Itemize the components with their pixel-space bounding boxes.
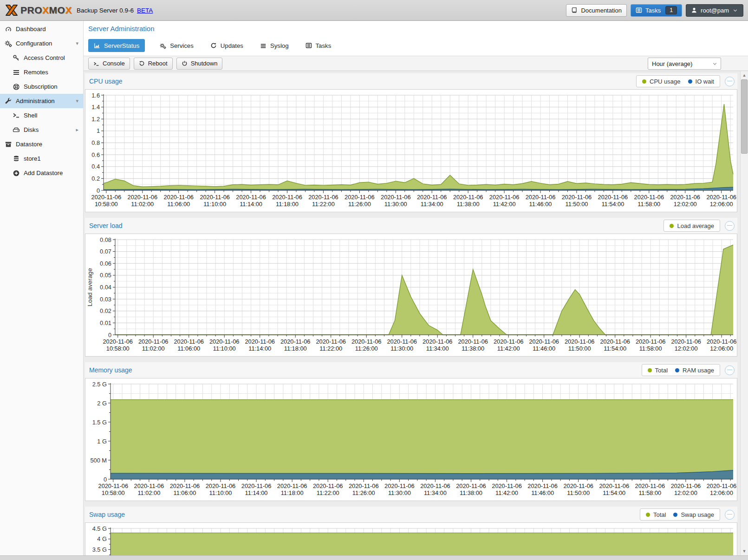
sidebar-item-administration[interactable]: Administration▾ <box>0 94 83 108</box>
svg-text:11:18:00: 11:18:00 <box>284 345 307 352</box>
svg-text:0.02: 0.02 <box>100 307 111 314</box>
charts-scroll-area: CPU usageCPU usageIO wait00.20.40.60.811… <box>84 71 748 555</box>
svg-text:11:38:00: 11:38:00 <box>460 489 482 496</box>
power-icon <box>182 60 188 66</box>
chart-body: 0500 M1 G1.5 G2 G2.5 G2020-11-0610:58:00… <box>85 378 737 501</box>
sidebar-item-dashboard[interactable]: Dashboard <box>0 22 83 36</box>
chart-body: 0500 M1 G1.5 G2 G2.5 G3 G3.5 G4 G4.5 G20… <box>85 522 737 555</box>
svg-text:10:58:00: 10:58:00 <box>102 489 125 496</box>
svg-text:11:26:00: 11:26:00 <box>352 489 375 496</box>
svg-text:11:54:00: 11:54:00 <box>603 489 625 496</box>
svg-text:2020-11-06: 2020-11-06 <box>236 194 266 201</box>
bottom-strip <box>0 555 748 560</box>
sidebar-item-subscription[interactable]: Subscription <box>0 79 83 94</box>
sidebar-item-datastore[interactable]: Datastore <box>0 137 83 151</box>
legend-item: Swap usage <box>673 511 714 518</box>
shutdown-label: Shutdown <box>191 60 218 67</box>
console-button[interactable]: Console <box>88 58 130 70</box>
toolbar: Console Reboot Shutdown Hour (average) <box>84 56 748 71</box>
sidebar-item-label: Subscription <box>24 83 58 90</box>
reboot-button[interactable]: Reboot <box>134 58 173 70</box>
svg-text:2020-11-06: 2020-11-06 <box>351 338 382 345</box>
sidebar-item-access-control[interactable]: Access Control <box>0 51 83 65</box>
svg-text:11:50:00: 11:50:00 <box>567 489 590 496</box>
svg-text:12:02:00: 12:02:00 <box>674 489 697 496</box>
list-alt-icon <box>306 42 312 49</box>
svg-text:0: 0 <box>104 476 107 483</box>
sidebar-item-shell[interactable]: Shell <box>0 108 83 123</box>
svg-text:2020-11-06: 2020-11-06 <box>529 338 559 345</box>
svg-text:2020-11-06: 2020-11-06 <box>706 194 736 201</box>
brand-word: PROXMOX <box>20 5 72 16</box>
svg-text:11:26:00: 11:26:00 <box>355 345 378 352</box>
svg-text:2020-11-06: 2020-11-06 <box>280 338 311 345</box>
time-range-select[interactable]: Hour (average) <box>648 58 721 70</box>
collapse-panel-button[interactable] <box>725 365 735 375</box>
legend-dot-icon <box>642 79 646 84</box>
svg-text:4.5 G: 4.5 G <box>92 525 107 532</box>
chart-legend: Load average <box>663 220 720 232</box>
svg-text:11:06:00: 11:06:00 <box>177 345 200 352</box>
sidebar-item-remotes[interactable]: Remotes <box>0 65 83 79</box>
svg-text:12:02:00: 12:02:00 <box>675 345 698 352</box>
terminal-icon <box>13 112 20 119</box>
svg-text:0.06: 0.06 <box>100 260 111 267</box>
svg-text:3.5 G: 3.5 G <box>92 546 107 553</box>
tasks-button[interactable]: Tasks 1 <box>631 4 682 17</box>
user-menu-button[interactable]: root@pam <box>686 4 743 17</box>
tab-updates[interactable]: Updates <box>208 39 245 52</box>
svg-text:2020-11-06: 2020-11-06 <box>103 338 133 345</box>
svg-text:2020-11-06: 2020-11-06 <box>345 194 375 201</box>
svg-text:2020-11-06: 2020-11-06 <box>636 338 666 345</box>
scrollbar-up-arrow[interactable]: ▲ <box>741 72 748 79</box>
chart-plot: 00.010.020.030.040.050.060.070.082020-11… <box>85 234 737 356</box>
sidebar-item-disks[interactable]: Disks▸ <box>0 123 83 137</box>
svg-text:2020-11-06: 2020-11-06 <box>277 482 307 489</box>
svg-text:11:50:00: 11:50:00 <box>568 345 591 352</box>
svg-text:11:34:00: 11:34:00 <box>424 489 447 496</box>
sidebar-item-store1[interactable]: store1 <box>0 151 83 166</box>
svg-text:11:46:00: 11:46:00 <box>529 201 552 208</box>
tab-services[interactable]: Services <box>158 39 195 52</box>
svg-text:11:38:00: 11:38:00 <box>462 345 484 352</box>
svg-text:2020-11-06: 2020-11-06 <box>599 482 629 489</box>
documentation-button[interactable]: Documentation <box>566 4 626 17</box>
svg-text:0.04: 0.04 <box>100 284 111 291</box>
collapse-panel-button[interactable] <box>725 221 735 231</box>
chevron-right-icon: ▸ <box>76 127 78 133</box>
archive-icon <box>5 141 12 148</box>
svg-text:0.2: 0.2 <box>91 175 100 182</box>
collapse-panel-button[interactable] <box>725 510 735 520</box>
svg-text:2020-11-06: 2020-11-06 <box>456 482 486 489</box>
sidebar-item-add-datastore[interactable]: Add Datastore <box>0 166 83 180</box>
collapse-panel-button[interactable] <box>725 77 735 86</box>
tab-serverstatus[interactable]: ServerStatus <box>88 39 145 52</box>
gauge-icon <box>5 26 12 33</box>
time-range-value: Hour (average) <box>652 60 692 67</box>
tab-label: Updates <box>221 42 243 49</box>
sidebar-item-label: Remotes <box>24 69 48 76</box>
chart-title: Memory usage <box>89 366 132 374</box>
tab-tasks[interactable]: Tasks <box>304 39 333 52</box>
hdd-icon <box>13 126 20 134</box>
scrollbar-down-arrow[interactable]: ▼ <box>741 547 748 555</box>
proxmox-logo: PROXMOX <box>4 3 72 17</box>
shutdown-button[interactable]: Shutdown <box>176 58 223 70</box>
chart-panel-header: Memory usageTotalRAM usage <box>85 362 737 378</box>
tab-syslog[interactable]: Syslog <box>258 39 291 52</box>
scrollbar-thumb[interactable] <box>741 79 748 154</box>
svg-text:0.4: 0.4 <box>91 163 100 170</box>
console-label: Console <box>103 60 125 67</box>
svg-text:11:02:00: 11:02:00 <box>131 201 154 208</box>
legend-dot-icon <box>646 513 650 517</box>
svg-text:11:46:00: 11:46:00 <box>533 345 555 352</box>
user-icon <box>691 7 697 13</box>
chart-panel-swap-usage: Swap usageTotalSwap usage0500 M1 G1.5 G2… <box>85 507 737 555</box>
beta-link[interactable]: BETA <box>137 7 153 14</box>
vertical-scrollbar[interactable]: ▲ ▼ <box>740 71 748 555</box>
list-icon <box>260 42 267 49</box>
svg-text:1.6: 1.6 <box>91 92 100 99</box>
tab-label: Syslog <box>270 42 289 49</box>
sidebar-item-configuration[interactable]: Configuration▾ <box>0 36 83 51</box>
terminal-icon <box>93 60 99 66</box>
